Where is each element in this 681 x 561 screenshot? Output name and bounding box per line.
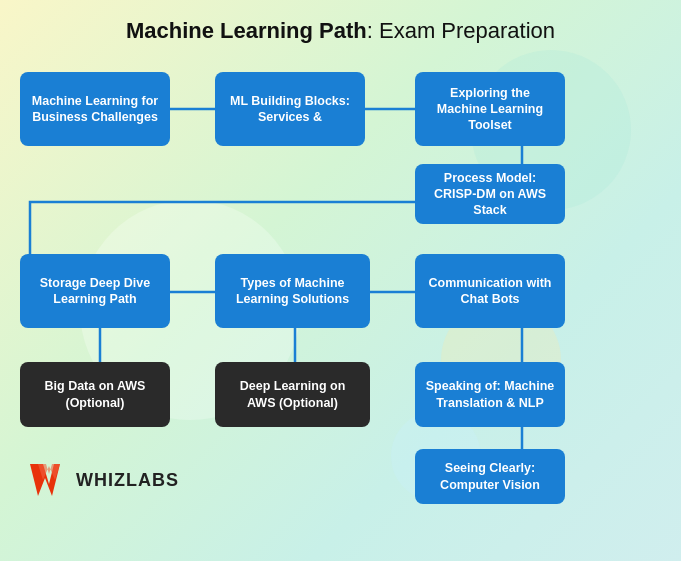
diagram: Machine Learning for Business Challenges… <box>0 54 681 514</box>
title-area: Machine Learning Path: Exam Preparation <box>0 0 681 54</box>
box-storage: Storage Deep Dive Learning Path <box>20 254 170 328</box>
box-communication: Communication with Chat Bots <box>415 254 565 328</box>
whizlabs-logo-icon <box>30 464 68 496</box>
box-exploring: Exploring the Machine Learning Toolset <box>415 72 565 146</box>
box-deep-learning: Deep Learning on AWS (Optional) <box>215 362 370 427</box>
box-types-ml: Types of Machine Learning Solutions <box>215 254 370 328</box>
box-ml-building: ML Building Blocks: Services & <box>215 72 365 146</box>
title-normal: : Exam Preparation <box>367 18 555 43</box>
title-bold: Machine Learning Path <box>126 18 367 43</box>
box-speaking: Speaking of: Machine Translation & NLP <box>415 362 565 427</box>
box-ml-business: Machine Learning for Business Challenges <box>20 72 170 146</box>
box-process-model: Process Model: CRISP-DM on AWS Stack <box>415 164 565 224</box>
logo: WHIZLABS <box>30 464 179 496</box>
logo-text: WHIZLABS <box>76 470 179 491</box>
box-big-data: Big Data on AWS (Optional) <box>20 362 170 427</box>
box-seeing: Seeing Clearly: Computer Vision <box>415 449 565 504</box>
